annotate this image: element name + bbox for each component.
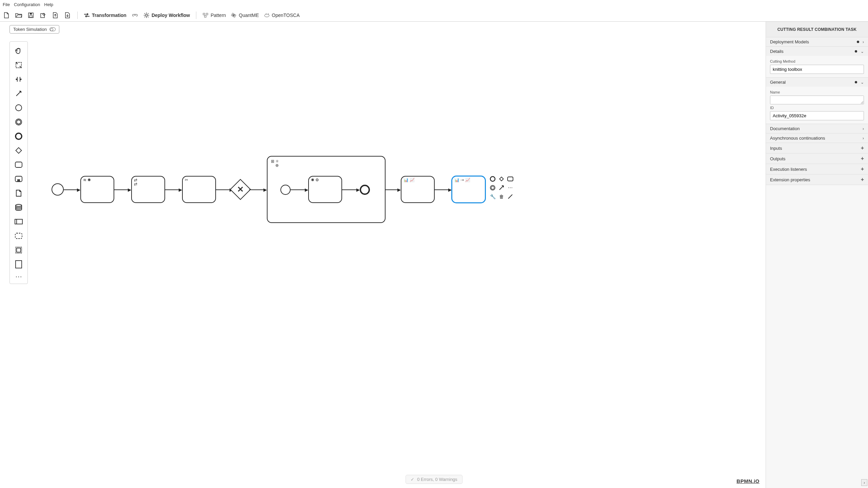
panel-collapse-button[interactable]: ›: [861, 479, 867, 486]
svg-point-31: [491, 186, 494, 189]
cp-annotate[interactable]: [507, 193, 514, 200]
sub-start-event[interactable]: [280, 185, 291, 195]
plus-icon[interactable]: +: [861, 145, 864, 151]
transformation-icon: [84, 12, 90, 18]
cutting-method-input[interactable]: [770, 65, 864, 74]
plus-icon[interactable]: +: [861, 177, 864, 183]
svg-point-8: [233, 15, 234, 16]
group-header-async[interactable]: Asynchronous continuations ›: [766, 134, 868, 143]
menu-help[interactable]: Help: [44, 2, 53, 7]
cp-connect[interactable]: [498, 184, 505, 191]
group-details: Details ⌄ Cutting Method: [766, 47, 868, 78]
task-node-3[interactable]: ✂: [182, 176, 216, 203]
open-folder-icon[interactable]: [15, 12, 22, 19]
cp-more[interactable]: ⋯: [507, 184, 514, 191]
svg-rect-1: [29, 16, 32, 17]
seq-flow[interactable]: [435, 189, 451, 190]
toolbar-separator: [77, 12, 78, 19]
toolbar: Transformation Deploy Workflow Pattern Q…: [0, 9, 868, 22]
id-input[interactable]: [770, 111, 864, 120]
opentosca-button[interactable]: OpenTOSCA: [264, 12, 300, 18]
context-pad: ⋯ 🔧 🗑: [489, 175, 514, 200]
opentosca-icon: [264, 12, 270, 18]
cp-append-end-event[interactable]: [489, 175, 496, 183]
seq-flow[interactable]: [342, 189, 359, 190]
svg-rect-28: [499, 177, 503, 181]
task-icon: 📊 📈: [403, 178, 415, 182]
check-icon: ✓: [411, 477, 414, 482]
quantme-button[interactable]: QuantME: [231, 12, 259, 18]
cp-delete[interactable]: 🗑: [498, 193, 505, 200]
seq-flow[interactable]: [64, 189, 80, 190]
cp-wrench[interactable]: 🔧: [489, 193, 496, 200]
group-header-ext[interactable]: Extension properties +: [766, 175, 868, 185]
seq-flow[interactable]: [386, 189, 400, 190]
new-file-icon[interactable]: [3, 12, 10, 19]
svg-rect-2: [30, 13, 32, 15]
quantme-icon: [231, 12, 237, 18]
sub-task-node[interactable]: ✺ ⚙: [308, 176, 342, 203]
group-header-deployment[interactable]: Deployment Models ›: [766, 37, 868, 46]
save-icon[interactable]: [27, 12, 35, 19]
download-icon[interactable]: [64, 12, 71, 19]
svg-point-11: [264, 14, 269, 17]
task-node-selected[interactable]: 📊 ⇢ 📈: [452, 176, 486, 203]
menu-configuration[interactable]: Configuration: [14, 2, 40, 7]
indicator-dot-icon: [857, 41, 859, 43]
cp-append-task[interactable]: [507, 175, 514, 183]
gateway-x-icon: ✕: [233, 182, 248, 197]
pattern-button[interactable]: Pattern: [202, 12, 226, 18]
upload-icon[interactable]: [52, 12, 59, 19]
plus-icon[interactable]: +: [861, 156, 864, 162]
group-documentation: Documentation ›: [766, 124, 868, 134]
cp-append-intermediate[interactable]: [489, 184, 496, 191]
gear-icon: [143, 12, 150, 18]
menu-file[interactable]: File: [3, 2, 10, 7]
chevron-right-icon: ›: [863, 126, 864, 131]
group-header-details[interactable]: Details ⌄: [766, 47, 868, 56]
svg-rect-6: [206, 13, 208, 15]
svg-rect-5: [203, 13, 205, 15]
transformation-label: Transformation: [92, 13, 126, 18]
task-icon: 📊 ⇢ 📈: [454, 178, 470, 182]
group-header-outputs[interactable]: Outputs +: [766, 154, 868, 164]
status-bar[interactable]: ✓ 0 Errors, 0 Warnings: [406, 475, 462, 484]
cp-append-gateway[interactable]: [498, 175, 505, 183]
pattern-label: Pattern: [211, 13, 226, 18]
task-icon: ✺ ⚙: [311, 178, 319, 182]
indicator-dot-icon: [855, 81, 857, 83]
task-node-1[interactable]: ≋ ✺: [80, 176, 114, 203]
group-header-inputs[interactable]: Inputs +: [766, 143, 868, 153]
toolbar-separator: [196, 12, 196, 19]
bpmn-io-logo[interactable]: BPMN.iO: [736, 478, 760, 484]
bpmn-canvas[interactable]: ≋ ✺ ⇄⇄ ✂ ✕ ⊞ ⚛ ⊕ ✺ ⚙: [0, 22, 868, 488]
pattern-icon: [202, 12, 209, 18]
deploy-workflow-button[interactable]: Deploy Workflow: [143, 12, 190, 18]
seq-flow[interactable]: [249, 189, 266, 190]
properties-title: CUTTING RESULT COMBINATION TASK: [766, 22, 868, 37]
group-header-documentation[interactable]: Documentation ›: [766, 124, 868, 133]
deploy-workflow-label: Deploy Workflow: [152, 13, 190, 18]
id-label: ID: [770, 106, 864, 110]
name-label: Name: [770, 90, 864, 94]
task-node-4[interactable]: 📊 📈: [401, 176, 435, 203]
group-ext-props: Extension properties +: [766, 175, 868, 185]
link-icon[interactable]: [131, 12, 139, 19]
task-node-2[interactable]: ⇄⇄: [131, 176, 165, 203]
group-inputs: Inputs +: [766, 143, 868, 154]
start-event-node[interactable]: [52, 183, 64, 196]
seq-flow[interactable]: [291, 189, 308, 190]
quantme-label: QuantME: [239, 13, 259, 18]
main-area: Token Simulation ⋯ ≋ ✺ ⇄⇄: [0, 22, 868, 488]
name-input[interactable]: [770, 96, 864, 104]
group-header-general[interactable]: General ⌄: [766, 78, 868, 87]
seq-flow[interactable]: [114, 189, 131, 190]
plus-icon[interactable]: +: [861, 166, 864, 172]
properties-panel: CUTTING RESULT COMBINATION TASK Deployme…: [766, 22, 868, 488]
group-header-exec[interactable]: Execution listeners +: [766, 164, 868, 174]
edit-icon[interactable]: [39, 12, 47, 19]
sub-end-event[interactable]: [360, 185, 370, 195]
seq-flow[interactable]: [165, 189, 181, 190]
transformation-button[interactable]: Transformation: [84, 12, 126, 18]
group-outputs: Outputs +: [766, 154, 868, 164]
